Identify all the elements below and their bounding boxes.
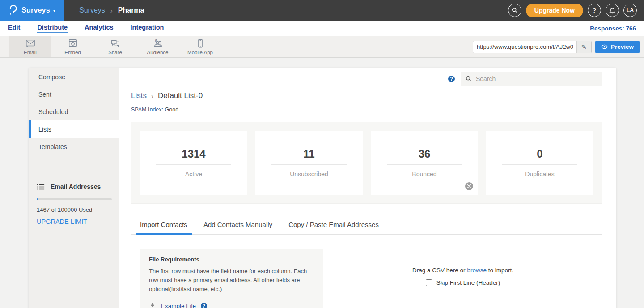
product-name: Surveys xyxy=(21,6,50,14)
product-switcher[interactable]: Surveys ▾ xyxy=(0,0,64,21)
avatar-initials: LA xyxy=(627,7,634,13)
skip-first-line-checkbox[interactable] xyxy=(426,279,432,286)
toolbar-item-embed[interactable]: Embed xyxy=(51,36,94,57)
stat-label: Bounced xyxy=(412,171,436,178)
email-addresses-title: Email Addresses xyxy=(51,183,101,190)
file-requirements-panel: File Requirements The first row must hav… xyxy=(140,249,323,308)
browse-link[interactable]: browse xyxy=(467,267,487,274)
breadcrumb-surveys-link[interactable]: Surveys xyxy=(79,6,105,14)
quota-usage-text: 1467 of 100000 Used xyxy=(37,206,112,213)
download-icon xyxy=(149,302,156,308)
survey-url-box: ✎ xyxy=(473,41,592,53)
eye-icon xyxy=(601,44,608,49)
edit-url-button[interactable]: ✎ xyxy=(576,41,591,53)
import-contacts-panel: File Requirements The first row must hav… xyxy=(140,249,602,308)
file-requirements-title: File Requirements xyxy=(149,256,314,263)
preview-label: Preview xyxy=(611,43,634,50)
share-icon xyxy=(110,38,121,48)
dropzone-text-after: to import. xyxy=(487,267,513,274)
preview-button[interactable]: Preview xyxy=(595,41,640,53)
divider xyxy=(502,164,577,165)
help-icon[interactable]: ? xyxy=(448,76,455,82)
toolbar-item-label: Embed xyxy=(64,50,80,55)
tab-analytics[interactable]: Analytics xyxy=(85,24,113,33)
email-icon xyxy=(25,38,36,48)
spam-index-value: Good xyxy=(165,107,179,113)
contacts-tabs: Import Contacts Add Contacts Manually Co… xyxy=(131,217,602,235)
contacts-search-input[interactable] xyxy=(476,75,597,82)
toolbar-item-audience[interactable]: $ Audience xyxy=(136,36,179,57)
responses-count[interactable]: Responses: 766 xyxy=(590,25,636,32)
search-button[interactable] xyxy=(508,4,521,17)
sidebar-item-sent[interactable]: Sent xyxy=(29,86,119,103)
mobile-app-icon xyxy=(195,38,206,48)
stat-card-duplicates: 0 Duplicates xyxy=(486,131,593,195)
avatar[interactable]: LA xyxy=(623,4,637,17)
questionpro-logo-icon xyxy=(8,5,17,16)
stat-value: 11 xyxy=(303,148,314,160)
stat-label: Active xyxy=(185,171,202,178)
toolbar-item-email[interactable]: Email xyxy=(9,36,51,57)
contacts-search-box xyxy=(461,72,602,86)
lists-link[interactable]: Lists xyxy=(131,91,147,100)
example-file-link[interactable]: Example File xyxy=(161,303,196,308)
distribute-toolbar: Email Embed Share $ Audience Mobile App … xyxy=(0,36,644,58)
embed-icon xyxy=(68,38,78,48)
survey-title: Pharma xyxy=(118,6,144,14)
chevron-right-icon: › xyxy=(110,7,113,14)
sidebar-item-lists[interactable]: Lists xyxy=(29,120,119,138)
sidebar-item-scheduled[interactable]: Scheduled xyxy=(29,103,119,120)
toolbar-item-mobile-app[interactable]: Mobile App xyxy=(179,36,221,57)
survey-url-input[interactable] xyxy=(473,41,576,53)
toolbar-item-label: Share xyxy=(108,50,122,55)
stat-value: 1314 xyxy=(182,148,205,160)
dropzone-text-before: Drag a CSV here or xyxy=(412,267,467,274)
help-button[interactable]: ? xyxy=(588,4,601,17)
tab-edit[interactable]: Edit xyxy=(8,24,20,33)
tab-distribute[interactable]: Distribute xyxy=(37,24,68,33)
toolbar-right: ✎ Preview xyxy=(473,36,640,57)
stat-label: Duplicates xyxy=(525,171,554,178)
spam-index-row: SPAM Index: Good xyxy=(131,107,616,113)
csv-dropzone[interactable]: Drag a CSV here or browse to import. Ski… xyxy=(323,249,602,308)
current-list-name: Default List-0 xyxy=(158,91,203,100)
stat-value: 36 xyxy=(419,148,431,160)
tab-integration[interactable]: Integration xyxy=(131,24,164,33)
dropzone-instruction: Drag a CSV here or browse to import. xyxy=(412,267,513,274)
tab-import-contacts[interactable]: Import Contacts xyxy=(136,217,192,235)
sidebar-item-compose[interactable]: Compose xyxy=(29,68,119,86)
notifications-button[interactable] xyxy=(606,4,619,17)
breadcrumb: Surveys › Pharma xyxy=(79,6,144,14)
list-icon xyxy=(37,184,45,190)
pencil-icon: ✎ xyxy=(581,43,587,51)
stat-label: Unsubscribed xyxy=(290,171,328,178)
tab-add-contacts-manually[interactable]: Add Contacts Manually xyxy=(199,217,277,235)
search-icon xyxy=(512,7,518,13)
upgrade-now-button[interactable]: Upgrade Now xyxy=(526,4,583,17)
top-bar: Surveys ▾ Surveys › Pharma Upgrade Now ?… xyxy=(0,0,644,21)
divider xyxy=(387,164,462,165)
skip-first-line-row: Skip First Line (Header) xyxy=(426,279,500,286)
example-file-help-icon[interactable]: ? xyxy=(201,303,207,308)
tab-copy-paste-email-addresses[interactable]: Copy / Paste Email Addresses xyxy=(284,217,383,235)
chevron-right-icon: › xyxy=(151,92,153,100)
survey-nav-tabs: Edit Distribute Analytics Integration xyxy=(8,24,164,33)
clear-bounced-icon[interactable] xyxy=(465,182,473,190)
spam-index-label: SPAM Index: xyxy=(131,107,163,113)
file-requirements-body: The first row must have the field name f… xyxy=(149,267,308,294)
email-addresses-header: Email Addresses xyxy=(37,183,112,190)
example-file-row: Example File ? xyxy=(149,302,314,308)
toolbar-item-label: Mobile App xyxy=(187,50,213,55)
sidebar-item-templates[interactable]: Templates xyxy=(29,138,119,155)
toolbar-item-label: Audience xyxy=(147,50,169,55)
skip-first-line-label[interactable]: Skip First Line (Header) xyxy=(436,279,500,286)
toolbar-item-label: Email xyxy=(24,50,37,55)
divider xyxy=(271,164,347,165)
survey-nav: Edit Distribute Analytics Integration Re… xyxy=(0,21,644,36)
quota-progress-fill xyxy=(37,198,38,200)
list-breadcrumb: Lists › Default List-0 xyxy=(131,91,616,100)
search-icon xyxy=(466,76,472,82)
upgrade-limit-link[interactable]: UPGRADE LIMIT xyxy=(37,218,112,225)
toolbar-item-share[interactable]: Share xyxy=(94,36,136,57)
email-addresses-quota: Email Addresses 1467 of 100000 Used UPGR… xyxy=(29,183,119,225)
